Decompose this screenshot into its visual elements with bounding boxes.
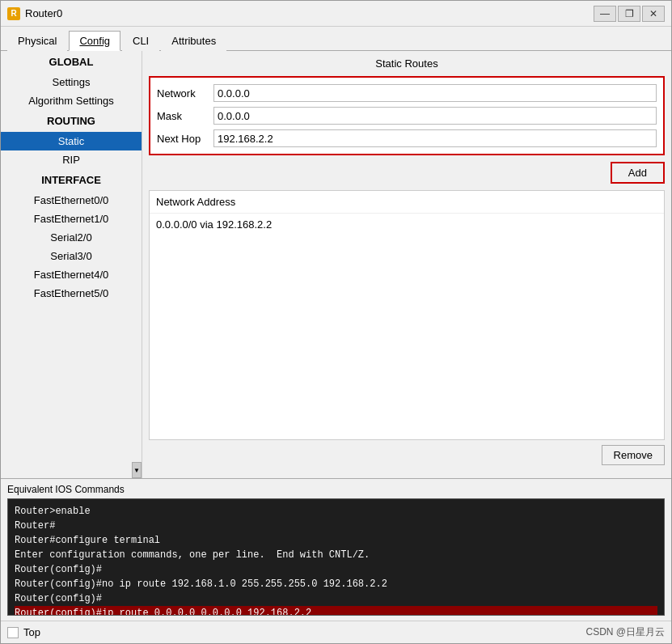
nexthop-input[interactable] [213,129,657,147]
sidebar-item-fastethernet0[interactable]: FastEthernet0/0 [1,191,142,210]
title-bar: R Router0 — ❐ ✕ [1,1,671,27]
network-row: Network [157,84,657,102]
sidebar-header-global: GLOBAL [1,51,142,73]
add-button-row: Add [149,162,665,184]
mask-input[interactable] [213,107,657,125]
close-button[interactable]: ✕ [642,6,665,22]
mask-label: Mask [157,110,213,122]
window-title: Router0 [25,7,594,19]
mask-row: Mask [157,107,657,125]
network-table-header: Network Address [150,191,664,214]
ios-terminal[interactable]: Router>enableRouter#Router#configure ter… [7,498,665,616]
terminal-line: Router>enable [15,504,657,519]
sidebar-scrollbar[interactable]: ▼ [132,462,142,478]
sidebar-header-routing: ROUTING [1,110,142,132]
nexthop-label: Next Hop [157,133,213,145]
ios-commands-section: Equivalent IOS Commands Router>enableRou… [1,478,671,621]
network-table-body: 0.0.0.0/0 via 192.168.2.2 [150,214,664,439]
status-bar: Top CSDN @日星月云 [1,621,671,643]
sidebar-item-fastethernet4[interactable]: FastEthernet4/0 [1,265,142,284]
route-input-form: Network Mask Next Hop [149,76,665,155]
sidebar-item-algorithm-settings[interactable]: Algorithm Settings [1,91,142,110]
minimize-button[interactable]: — [594,6,616,22]
sidebar-item-serial2[interactable]: Serial2/0 [1,228,142,247]
sidebar-item-serial3[interactable]: Serial3/0 [1,247,142,265]
tab-cli[interactable]: CLI [122,31,159,51]
terminal-line: Router(config)# [15,591,657,606]
sidebar-header-interface: INTERFACE [1,169,142,191]
terminal-line: Router#configure terminal [15,533,657,548]
network-table: Network Address 0.0.0.0/0 via 192.168.2.… [149,190,665,440]
top-label: Top [23,626,40,638]
tab-config[interactable]: Config [69,31,120,51]
sidebar-scroll-area: ▼ [1,303,142,478]
sidebar-item-static[interactable]: Static [1,132,142,150]
remove-button[interactable]: Remove [602,445,665,465]
tab-bar: Physical Config CLI Attributes [1,27,671,51]
remove-button-row: Remove [149,445,665,465]
section-title: Static Routes [149,57,665,70]
add-button[interactable]: Add [611,162,665,184]
title-bar-buttons: — ❐ ✕ [594,6,665,22]
sidebar: GLOBAL Settings Algorithm Settings ROUTI… [1,51,142,478]
tab-attributes[interactable]: Attributes [161,31,226,51]
sidebar-item-rip[interactable]: RIP [1,150,142,169]
network-input[interactable] [213,84,657,102]
terminal-line: Router(config)#ip route 0.0.0.0 0.0.0.0 … [15,606,657,616]
app-icon: R [7,7,20,20]
terminal-line: Router# [15,519,657,533]
terminal-line: Router(config)#no ip route 192.168.1.0 2… [15,577,657,591]
right-panel: Static Routes Network Mask Next Hop Ad [142,51,671,478]
network-label: Network [157,87,213,100]
content-area: GLOBAL Settings Algorithm Settings ROUTI… [1,51,671,478]
top-checkbox[interactable] [7,627,19,638]
terminal-line: Enter configuration commands, one per li… [15,548,657,562]
nexthop-row: Next Hop [157,129,657,147]
sidebar-item-fastethernet5[interactable]: FastEthernet5/0 [1,284,142,303]
ios-commands-label: Equivalent IOS Commands [7,484,665,495]
list-item[interactable]: 0.0.0.0/0 via 192.168.2.2 [156,217,657,232]
sidebar-item-fastethernet1[interactable]: FastEthernet1/0 [1,210,142,228]
main-window: R Router0 — ❐ ✕ Physical Config CLI Attr… [0,0,672,644]
restore-button[interactable]: ❐ [618,6,640,22]
status-right: CSDN @日星月云 [585,625,665,639]
terminal-line: Router(config)# [15,562,657,577]
tab-physical[interactable]: Physical [7,31,67,51]
sidebar-item-settings[interactable]: Settings [1,73,142,91]
status-left: Top [7,626,40,638]
